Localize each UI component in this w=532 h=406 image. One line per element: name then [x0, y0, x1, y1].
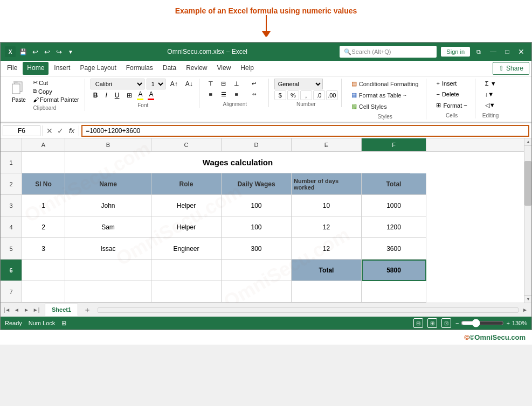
scroll-thumb[interactable] [524, 161, 531, 206]
increase-font-button[interactable]: A↑ [168, 79, 181, 89]
cell-b5[interactable]: Issac [65, 238, 151, 260]
cell-f4[interactable]: 1200 [362, 216, 426, 238]
minimize-button[interactable]: — [487, 46, 499, 58]
cell-b6[interactable] [65, 260, 151, 281]
cell-c5[interactable]: Engineer [151, 238, 222, 260]
row-num-3[interactable]: 3 [1, 195, 22, 216]
decrease-font-button[interactable]: A↓ [183, 79, 196, 89]
cell-c4[interactable]: Helper [151, 216, 222, 238]
cell-f5[interactable]: 3600 [362, 238, 426, 260]
highlight-color-button[interactable]: A [137, 90, 143, 100]
confirm-formula-icon[interactable]: ✓ [56, 127, 65, 135]
cell-d6[interactable] [222, 260, 292, 281]
hscroll-right[interactable]: ► [521, 306, 529, 314]
cell-e4[interactable]: 12 [292, 216, 362, 238]
add-sheet-button[interactable]: ＋ [79, 304, 95, 316]
col-header-b[interactable]: B [65, 138, 151, 151]
next-sheet-button[interactable]: ► [22, 306, 31, 314]
formula-input[interactable] [81, 125, 529, 137]
font-name-select[interactable]: Calibri [91, 79, 144, 89]
menu-review[interactable]: Review [182, 62, 211, 75]
format-as-table-button[interactable]: ▦ Format as Table ~ [347, 90, 423, 100]
decrease-decimal-button[interactable]: .0 [313, 90, 325, 100]
row-num-6[interactable]: 6 [1, 260, 22, 281]
clear-button[interactable]: ◁▼ [481, 100, 501, 110]
menu-home[interactable]: Home [23, 62, 49, 75]
cell-a1[interactable] [22, 152, 65, 173]
cell-e2[interactable]: Number of days worked [292, 173, 362, 195]
center-align-button[interactable]: ☰ [218, 89, 230, 99]
vertical-scrollbar[interactable]: ▲ ▼ [524, 138, 531, 303]
cut-button[interactable]: ✂ Cut [31, 79, 81, 87]
first-sheet-button[interactable]: |◄ [3, 306, 11, 314]
cell-c6[interactable] [151, 260, 222, 281]
copy-button[interactable]: ⧉ Copy [31, 87, 81, 95]
col-header-f[interactable]: F [362, 138, 426, 151]
sign-in-button[interactable]: Sign in [441, 47, 470, 57]
cell-d5[interactable]: 300 [222, 238, 292, 260]
horizontal-scrollbar[interactable] [98, 307, 519, 313]
page-layout-view-button[interactable]: ⊞ [427, 318, 437, 328]
col-header-d[interactable]: D [222, 138, 292, 151]
col-header-a[interactable]: A [22, 138, 65, 151]
menu-view[interactable]: View [213, 62, 236, 75]
cell-c7[interactable] [151, 281, 222, 303]
close-button[interactable]: ✕ [515, 46, 527, 58]
cell-c2[interactable]: Role [151, 173, 222, 195]
underline-button[interactable]: U [112, 90, 122, 100]
italic-button[interactable]: I [102, 90, 109, 100]
cell-e6-total-label[interactable]: Total [292, 260, 362, 281]
sum-button[interactable]: Σ ▼ [481, 79, 501, 88]
cell-c3[interactable]: Helper [151, 195, 222, 216]
cell-d3[interactable]: 100 [222, 195, 292, 216]
row-num-4[interactable]: 4 [1, 216, 22, 238]
menu-insert[interactable]: Insert [50, 62, 74, 75]
dollar-button[interactable]: $ [274, 90, 286, 100]
col-header-c[interactable]: C [151, 138, 222, 151]
menu-pagelayout[interactable]: Page Layout [75, 62, 120, 75]
cell-title-merged[interactable]: Wages calculation [65, 152, 410, 173]
wrap-text-button[interactable]: ↵ [244, 79, 265, 88]
cell-a6[interactable] [22, 260, 65, 281]
zoom-out-button[interactable]: − [455, 320, 459, 326]
row-num-1[interactable]: 1 [1, 152, 22, 173]
maximize-button[interactable]: □ [501, 46, 513, 58]
cell-d7[interactable] [222, 281, 292, 303]
fill-button[interactable]: ↓▼ [481, 89, 501, 99]
cell-e7[interactable] [292, 281, 362, 303]
zoom-slider[interactable] [461, 319, 504, 327]
cell-b2[interactable]: Name [65, 173, 151, 195]
col-header-e[interactable]: E [292, 138, 362, 151]
row-num-5[interactable]: 5 [1, 238, 22, 260]
insert-button[interactable]: + Insert [432, 79, 471, 88]
share-button[interactable]: ⇧ Share [493, 62, 529, 75]
prev-sheet-button[interactable]: ◄ [12, 306, 21, 314]
increase-decimal-button[interactable]: .00 [326, 90, 338, 100]
scroll-up-button[interactable]: ▲ [524, 138, 531, 146]
bold-button[interactable]: B [91, 90, 101, 100]
customize-icon[interactable]: ▼ [66, 47, 75, 56]
cell-e3[interactable]: 10 [292, 195, 362, 216]
scroll-down-button[interactable]: ▼ [524, 295, 531, 303]
conditional-formatting-button[interactable]: ▤ Conditional Formatting [347, 79, 423, 89]
cell-a4[interactable]: 2 [22, 216, 65, 238]
middle-align-button[interactable]: ⊟ [218, 79, 230, 88]
menu-formulas[interactable]: Formulas [122, 62, 157, 75]
cell-a2[interactable]: Sl No [22, 173, 65, 195]
cell-e5[interactable]: 12 [292, 238, 362, 260]
sheet-tab-1[interactable]: Sheet1 [45, 304, 78, 316]
merge-center-button[interactable]: ⇔ [244, 89, 265, 99]
border-button[interactable]: ⊞ [124, 90, 135, 100]
cell-a5[interactable]: 3 [22, 238, 65, 260]
paste-button[interactable]: Paste [8, 79, 30, 104]
font-size-select[interactable]: 11 [147, 79, 165, 89]
cell-f7[interactable] [362, 281, 426, 303]
row-num-2[interactable]: 2 [1, 173, 22, 195]
search-box[interactable]: 🔍 Search (Alt+Q) [340, 46, 437, 58]
scroll-track[interactable] [524, 146, 531, 295]
number-format-select[interactable]: General [274, 79, 323, 89]
font-color-button[interactable]: A [148, 90, 154, 100]
restore-icon[interactable]: ⧉ [474, 47, 483, 56]
cell-f3[interactable]: 1000 [362, 195, 426, 216]
cell-a3[interactable]: 1 [22, 195, 65, 216]
